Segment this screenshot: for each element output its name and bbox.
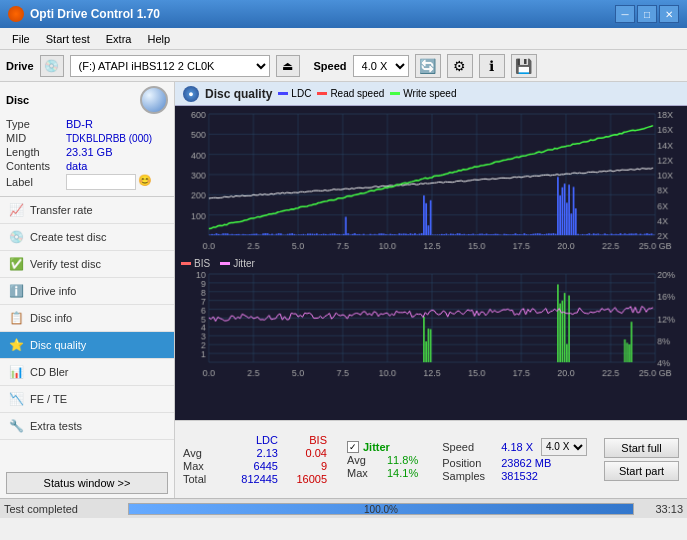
maximize-button[interactable]: □ bbox=[637, 5, 657, 23]
menu-help[interactable]: Help bbox=[139, 31, 178, 47]
window-controls: ─ □ ✕ bbox=[615, 5, 679, 23]
progress-bar-container: 100.0% bbox=[128, 503, 634, 515]
menu-file[interactable]: File bbox=[4, 31, 38, 47]
nav-label-cd-bler: CD Bler bbox=[30, 366, 69, 378]
sidebar-item-cd-bler[interactable]: 📊 CD Bler bbox=[0, 359, 174, 386]
transfer-rate-icon: 📈 bbox=[8, 202, 24, 218]
legend-bis-label: BIS bbox=[194, 258, 210, 269]
disc-type-value: BD-R bbox=[66, 118, 93, 130]
speed-label-key: Speed bbox=[442, 441, 497, 453]
fe-te-icon: 📉 bbox=[8, 391, 24, 407]
legend-jitter: Jitter bbox=[220, 258, 255, 269]
position-val: 23862 MB bbox=[501, 457, 551, 469]
content-area: ● Disc quality LDC Read speed Write spee… bbox=[175, 82, 687, 498]
drive-speed-select[interactable]: 4.0 X 1.0 X 2.0 X 8.0 X Max bbox=[353, 55, 409, 77]
info-button[interactable]: ℹ bbox=[479, 54, 505, 78]
app-title: Opti Drive Control 1.70 bbox=[30, 7, 160, 21]
drive-eject-button[interactable]: ⏏ bbox=[276, 55, 300, 77]
sidebar-item-transfer-rate[interactable]: 📈 Transfer rate bbox=[0, 197, 174, 224]
disc-contents-value: data bbox=[66, 160, 87, 172]
stats-avg-label: Avg bbox=[183, 447, 219, 459]
bis-chart bbox=[177, 270, 685, 384]
disc-info-icon: 📋 bbox=[8, 310, 24, 326]
settings-button[interactable]: ⚙ bbox=[447, 54, 473, 78]
sidebar: Disc Type BD-R MID TDKBLDRBB (000) Lengt… bbox=[0, 82, 175, 498]
disc-quality-header-icon: ● bbox=[183, 86, 199, 102]
stats-total-label: Total bbox=[183, 473, 219, 485]
jitter-avg-val: 11.8% bbox=[387, 454, 418, 466]
title-bar: Opti Drive Control 1.70 ─ □ ✕ bbox=[0, 0, 687, 28]
disc-label-input[interactable] bbox=[66, 174, 136, 190]
disc-type-label: Type bbox=[6, 118, 66, 130]
disc-mid-label: MID bbox=[6, 132, 66, 144]
disc-section-title: Disc bbox=[6, 94, 29, 106]
nav-label-disc-info: Disc info bbox=[30, 312, 72, 324]
speed-section: Speed 4.18 X 4.0 X Position 23862 MB Sam… bbox=[442, 438, 587, 482]
stats-col-bis-header: BIS bbox=[282, 434, 327, 446]
speed-val: 4.18 X bbox=[501, 441, 533, 453]
start-part-button[interactable]: Start part bbox=[604, 461, 679, 481]
minimize-button[interactable]: ─ bbox=[615, 5, 635, 23]
nav-label-create-test-disc: Create test disc bbox=[30, 231, 106, 243]
start-full-button[interactable]: Start full bbox=[604, 438, 679, 458]
sidebar-item-fe-te[interactable]: 📉 FE / TE bbox=[0, 386, 174, 413]
disc-length-value: 23.31 GB bbox=[66, 146, 112, 158]
legend-read-speed: Read speed bbox=[317, 88, 384, 99]
legend-read-speed-dot bbox=[317, 92, 327, 95]
cd-bler-icon: 📊 bbox=[8, 364, 24, 380]
drive-icon: 💿 bbox=[40, 55, 64, 77]
status-window-button[interactable]: Status window >> bbox=[6, 472, 168, 494]
legend-write-speed-label: Write speed bbox=[403, 88, 456, 99]
drive-info-icon: ℹ️ bbox=[8, 283, 24, 299]
nav-label-transfer-rate: Transfer rate bbox=[30, 204, 93, 216]
disc-mid-value: TDKBLDRBB (000) bbox=[66, 133, 152, 144]
sidebar-item-disc-quality[interactable]: ⭐ Disc quality bbox=[0, 332, 174, 359]
disc-quality-title: Disc quality bbox=[205, 87, 272, 101]
save-button[interactable]: 💾 bbox=[511, 54, 537, 78]
speed-label: Speed bbox=[314, 60, 347, 72]
jitter-avg-label: Avg bbox=[347, 454, 383, 466]
stats-avg-ldc: 2.13 bbox=[223, 447, 278, 459]
stats-bar: LDC BIS Avg 2.13 0.04 Max 6445 9 Total 8… bbox=[175, 420, 687, 498]
drive-select[interactable]: (F:) ATAPI iHBS112 2 CL0K bbox=[70, 55, 270, 77]
charts-container: BIS Jitter bbox=[175, 106, 687, 420]
test-status-text: Test completed bbox=[4, 503, 124, 515]
create-test-disc-icon: 💿 bbox=[8, 229, 24, 245]
stats-total-bis: 16005 bbox=[282, 473, 327, 485]
menu-extra[interactable]: Extra bbox=[98, 31, 140, 47]
sidebar-item-verify-test-disc[interactable]: ✅ Verify test disc bbox=[0, 251, 174, 278]
bottom-status-bar: Test completed 100.0% 33:13 bbox=[0, 498, 687, 518]
sidebar-item-extra-tests[interactable]: 🔧 Extra tests bbox=[0, 413, 174, 440]
legend-bis: BIS bbox=[181, 258, 210, 269]
jitter-checkbox[interactable]: ✓ bbox=[347, 441, 359, 453]
legend-read-speed-label: Read speed bbox=[330, 88, 384, 99]
close-button[interactable]: ✕ bbox=[659, 5, 679, 23]
stats-total-ldc: 812445 bbox=[223, 473, 278, 485]
disc-label-label: Label bbox=[6, 176, 66, 188]
sidebar-item-disc-info[interactable]: 📋 Disc info bbox=[0, 305, 174, 332]
sidebar-item-create-test-disc[interactable]: 💿 Create test disc bbox=[0, 224, 174, 251]
menu-bar: File Start test Extra Help bbox=[0, 28, 687, 50]
legend-jitter-label: Jitter bbox=[233, 258, 255, 269]
elapsed-time: 33:13 bbox=[638, 503, 683, 515]
refresh-button[interactable]: 🔄 bbox=[415, 54, 441, 78]
jitter-max-val: 14.1% bbox=[387, 467, 418, 479]
menu-start-test[interactable]: Start test bbox=[38, 31, 98, 47]
ldc-chart bbox=[177, 108, 685, 257]
drive-label: Drive bbox=[6, 60, 34, 72]
stats-avg-bis: 0.04 bbox=[282, 447, 327, 459]
speed-select[interactable]: 4.0 X bbox=[541, 438, 587, 456]
legend-write-speed: Write speed bbox=[390, 88, 456, 99]
stats-max-ldc: 6445 bbox=[223, 460, 278, 472]
sidebar-item-drive-info[interactable]: ℹ️ Drive info bbox=[0, 278, 174, 305]
stats-table: LDC BIS Avg 2.13 0.04 Max 6445 9 Total 8… bbox=[183, 434, 327, 485]
legend-jitter-dot bbox=[220, 262, 230, 265]
legend-write-speed-dot bbox=[390, 92, 400, 95]
jitter-section: ✓ Jitter Avg 11.8% Max 14.1% bbox=[347, 441, 418, 479]
legend-ldc-dot bbox=[278, 92, 288, 95]
position-label: Position bbox=[442, 457, 497, 469]
action-buttons: Start full Start part bbox=[604, 438, 679, 481]
nav-label-drive-info: Drive info bbox=[30, 285, 76, 297]
nav-label-verify-test-disc: Verify test disc bbox=[30, 258, 101, 270]
disc-label-icon[interactable]: 😊 bbox=[138, 174, 154, 190]
